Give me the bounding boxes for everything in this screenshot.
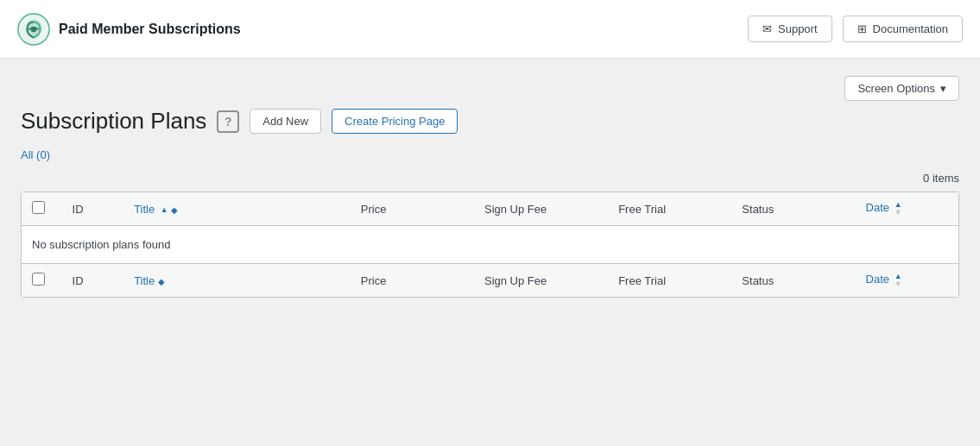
top-bar-actions: ✉ Support ⊞ Documentation bbox=[748, 16, 963, 42]
table-header-row: ID Title ◆ Price Sign Up Fee bbox=[22, 192, 958, 226]
doc-icon: ⊞ bbox=[857, 22, 867, 35]
table-wrap: ID Title ◆ Price Sign Up Fee bbox=[21, 192, 959, 298]
date-sort-icon: ▲ ▼ bbox=[895, 201, 902, 217]
th-checkbox bbox=[22, 192, 62, 226]
th-date[interactable]: Date ▲ ▼ bbox=[856, 192, 958, 226]
table-footer-row: ID Title ◆ Price Sign Up Fee Free Trial bbox=[22, 264, 958, 298]
tfoot-th-free-trial: Free Trial bbox=[608, 264, 731, 298]
subscription-plans-table: ID Title ◆ Price Sign Up Fee bbox=[22, 192, 958, 297]
tfoot-th-signup-fee: Sign Up Fee bbox=[474, 264, 608, 298]
tfoot-diamond-icon: ◆ bbox=[158, 277, 165, 286]
brand-name: Paid Member Subscriptions bbox=[59, 22, 241, 37]
th-free-trial: Free Trial bbox=[608, 192, 731, 226]
th-price-label: Price bbox=[361, 203, 387, 216]
diamond-icon: ◆ bbox=[171, 205, 178, 215]
main-content: Screen Options ▾ Subscription Plans ? Ad… bbox=[0, 59, 980, 315]
page-title: Subscription Plans bbox=[21, 108, 206, 135]
create-pricing-button[interactable]: Create Pricing Page bbox=[332, 109, 458, 134]
brand: Paid Member Subscriptions bbox=[17, 13, 748, 46]
th-date-label: Date bbox=[866, 201, 889, 214]
th-price: Price bbox=[351, 192, 474, 226]
th-signup-fee-label: Sign Up Fee bbox=[484, 203, 547, 216]
th-title[interactable]: Title ◆ bbox=[123, 192, 351, 226]
no-plans-message: No subscription plans found bbox=[22, 226, 958, 264]
filter-row: All (0) bbox=[21, 148, 959, 161]
support-label: Support bbox=[778, 22, 818, 35]
select-all-checkbox[interactable] bbox=[32, 201, 45, 214]
documentation-button[interactable]: ⊞ Documentation bbox=[843, 16, 963, 42]
brand-logo bbox=[17, 13, 50, 46]
filter-all-link[interactable]: All (0) bbox=[21, 148, 50, 161]
documentation-label: Documentation bbox=[873, 22, 948, 35]
page-title-row: Subscription Plans ? Add New Create Pric… bbox=[21, 108, 959, 135]
tfoot-th-title[interactable]: Title ◆ bbox=[123, 264, 351, 298]
items-count: 0 items bbox=[923, 172, 959, 185]
screen-options-label: Screen Options bbox=[857, 82, 935, 95]
tfoot-th-status: Status bbox=[731, 264, 855, 298]
filter-all-label: All bbox=[21, 148, 33, 161]
th-status-label: Status bbox=[742, 203, 774, 216]
title-sort-icon bbox=[161, 206, 168, 214]
envelope-icon: ✉ bbox=[762, 22, 772, 35]
filter-all-count: (0) bbox=[36, 148, 50, 161]
th-status: Status bbox=[731, 192, 855, 226]
help-icon[interactable]: ? bbox=[217, 110, 239, 133]
screen-options-button[interactable]: Screen Options ▾ bbox=[844, 76, 959, 101]
top-bar: Paid Member Subscriptions ✉ Support ⊞ Do… bbox=[0, 0, 980, 59]
chevron-down-icon: ▾ bbox=[940, 82, 946, 95]
tfoot-th-date[interactable]: Date ▲ ▼ bbox=[856, 264, 958, 298]
tfoot-date-sort-icon: ▲ ▼ bbox=[895, 273, 902, 288]
th-signup-fee: Sign Up Fee bbox=[474, 192, 608, 226]
th-id: ID bbox=[62, 192, 124, 226]
tfoot-th-price: Price bbox=[351, 264, 474, 298]
support-button[interactable]: ✉ Support bbox=[748, 16, 832, 42]
items-count-row: 0 items bbox=[21, 172, 959, 185]
th-id-label: ID bbox=[73, 203, 84, 216]
select-all-checkbox-footer[interactable] bbox=[32, 273, 45, 286]
th-title-label: Title bbox=[134, 203, 155, 216]
screen-options-bar: Screen Options ▾ bbox=[21, 76, 959, 101]
add-new-button[interactable]: Add New bbox=[250, 109, 321, 134]
th-free-trial-label: Free Trial bbox=[618, 203, 666, 216]
tfoot-th-checkbox bbox=[22, 264, 62, 298]
no-plans-row: No subscription plans found bbox=[22, 226, 958, 264]
tfoot-th-id: ID bbox=[62, 264, 124, 298]
